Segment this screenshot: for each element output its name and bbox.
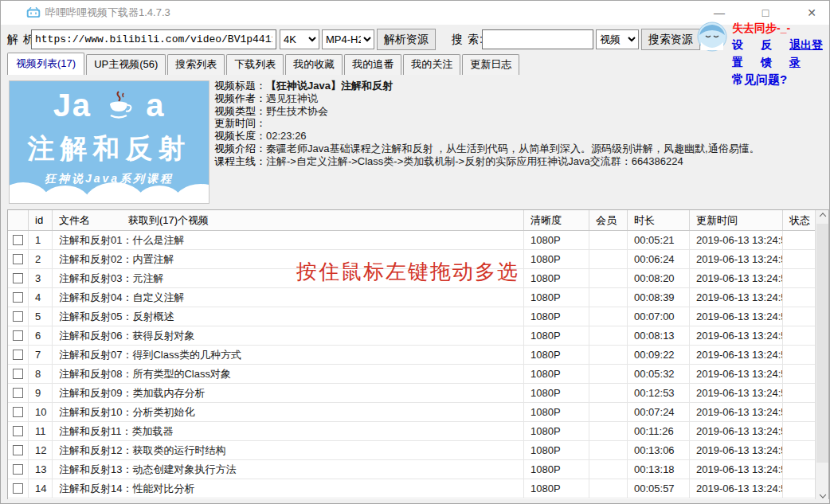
duration-cell: 00:05:21 bbox=[628, 231, 690, 249]
table-row[interactable]: 2注解和反射02：内置注解1080P00:06:242019-06-13 13:… bbox=[8, 250, 815, 269]
tab-item[interactable]: 我的追番 bbox=[344, 54, 401, 75]
close-button[interactable]: ✕ bbox=[802, 6, 821, 19]
video-info: 视频标题：【狂神说Java】注解和反射视频作者：遇见狂神说视频类型：野生技术协会… bbox=[214, 80, 829, 168]
quality-select[interactable]: 4K bbox=[280, 29, 319, 49]
header-updated[interactable]: 更新时间 bbox=[690, 210, 783, 230]
header-id[interactable]: id bbox=[29, 210, 53, 230]
table-row[interactable]: 4注解和反射04：自定义注解1080P00:08:392019-06-13 13… bbox=[8, 288, 815, 307]
row-checkbox[interactable] bbox=[13, 426, 23, 436]
quality-cell: 1080P bbox=[524, 269, 589, 287]
tab-item[interactable]: 更新日志 bbox=[462, 54, 519, 75]
row-checkbox[interactable] bbox=[13, 407, 23, 417]
table-row[interactable]: 13注解和反射13：动态创建对象执行方法1080P00:13:182019-06… bbox=[8, 460, 815, 479]
settings-link[interactable]: 设置 bbox=[732, 36, 751, 71]
video-info-label: 视频长度： bbox=[214, 130, 266, 142]
quality-cell: 1080P bbox=[524, 403, 589, 421]
header-status[interactable]: 状态 bbox=[783, 210, 815, 230]
scroll-down-button[interactable] bbox=[816, 486, 829, 500]
header-quality[interactable]: 清晰度 bbox=[524, 210, 589, 230]
header-filename[interactable]: 文件名 获取到(17)个视频 bbox=[53, 210, 524, 230]
tab-item[interactable]: 搜索列表 bbox=[167, 54, 225, 75]
duration-cell: 00:05:57 bbox=[628, 479, 690, 498]
checkbox-cell bbox=[8, 250, 29, 268]
tab-item[interactable]: 下载列表 bbox=[226, 54, 284, 75]
table-row[interactable]: 14注解和反射14：性能对比分析1080P00:05:572019-06-13 … bbox=[8, 479, 815, 498]
format-select[interactable]: MP4-H264 bbox=[322, 29, 374, 49]
vip-cell bbox=[589, 326, 628, 345]
updated-cell: 2019-06-13 13:24:56 bbox=[690, 250, 783, 268]
row-checkbox[interactable] bbox=[13, 235, 23, 245]
row-checkbox[interactable] bbox=[13, 292, 23, 303]
table-row[interactable]: 8注解和反射08：所有类型的Class对象1080P00:05:322019-0… bbox=[8, 365, 815, 384]
row-checkbox[interactable] bbox=[13, 350, 23, 360]
header-checkbox-cell bbox=[8, 210, 29, 230]
minimize-button[interactable]: — bbox=[710, 6, 729, 19]
id-cell: 4 bbox=[29, 288, 53, 307]
tab-item[interactable]: 我的关注 bbox=[403, 54, 460, 75]
row-checkbox[interactable] bbox=[13, 311, 23, 322]
updated-cell: 2019-06-13 13:24:56 bbox=[690, 288, 783, 307]
updated-cell: 2019-06-13 13:24:56 bbox=[690, 346, 783, 364]
status-cell bbox=[783, 460, 815, 479]
table-row[interactable]: 7注解和反射07：得到Class类的几种方式1080P00:09:222019-… bbox=[8, 346, 815, 365]
vip-cell bbox=[589, 365, 628, 383]
row-checkbox[interactable] bbox=[13, 483, 23, 494]
table-row[interactable]: 12注解和反射12：获取类的运行时结构1080P00:13:062019-06-… bbox=[8, 441, 815, 460]
duration-cell: 00:05:32 bbox=[628, 365, 690, 383]
table-row[interactable]: 3注解和反射03：元注解1080P00:08:202019-06-13 13:2… bbox=[8, 269, 815, 288]
search-type-select[interactable]: 视频 bbox=[596, 29, 639, 49]
table-row[interactable]: 10注解和反射10：分析类初始化1080P00:07:242019-06-13 … bbox=[8, 403, 815, 422]
row-checkbox[interactable] bbox=[13, 388, 23, 398]
tab-item[interactable]: 我的收藏 bbox=[285, 54, 343, 75]
filename-cell: 注解和反射09：类加载内存分析 bbox=[53, 384, 524, 402]
vertical-scrollbar[interactable] bbox=[815, 210, 828, 500]
row-checkbox[interactable] bbox=[13, 445, 23, 455]
tab-item[interactable]: UP主视频(56) bbox=[86, 54, 166, 75]
duration-cell: 00:07:24 bbox=[628, 403, 690, 421]
status-cell bbox=[783, 269, 815, 287]
filename-cell: 注解和反射05：反射概述 bbox=[53, 307, 524, 326]
checkbox-cell bbox=[8, 326, 29, 345]
checkbox-cell bbox=[8, 441, 29, 459]
quality-cell: 1080P bbox=[524, 250, 589, 268]
row-checkbox[interactable] bbox=[13, 254, 23, 264]
header-vip[interactable]: 会员 bbox=[589, 210, 628, 230]
search-input[interactable] bbox=[482, 29, 593, 49]
header-duration[interactable]: 时长 bbox=[628, 210, 690, 230]
scrollbar-thumb[interactable] bbox=[816, 224, 828, 463]
feedback-link[interactable]: 反馈 bbox=[761, 36, 780, 71]
table-row[interactable]: 1注解和反射01：什么是注解1080P00:05:212019-06-13 13… bbox=[8, 231, 815, 250]
scroll-up-button[interactable] bbox=[816, 210, 829, 224]
table-row[interactable]: 11注解和反射11：类加载器1080P00:11:262019-06-13 13… bbox=[8, 422, 815, 441]
id-cell: 12 bbox=[29, 441, 53, 459]
header-count-note: 获取到(17)个视频 bbox=[128, 210, 209, 230]
vip-cell bbox=[589, 384, 628, 402]
video-info-label: 课程主线： bbox=[214, 155, 266, 167]
row-checkbox[interactable] bbox=[13, 464, 23, 475]
table-row[interactable]: 5注解和反射05：反射概述1080P00:07:002019-06-13 13:… bbox=[8, 307, 815, 326]
url-input[interactable] bbox=[31, 29, 276, 49]
tab-item[interactable]: 视频列表(17) bbox=[7, 53, 84, 75]
filename-cell: 注解和反射04：自定义注解 bbox=[53, 288, 524, 307]
user-avatar[interactable] bbox=[697, 21, 727, 52]
logout-link[interactable]: 退出登录 bbox=[789, 36, 828, 71]
checkbox-cell bbox=[8, 422, 29, 440]
parse-resource-button[interactable]: 解析资源 bbox=[377, 29, 436, 50]
table-row[interactable]: 9注解和反射09：类加载内存分析1080P00:12:532019-06-13 … bbox=[8, 384, 815, 403]
filename-cell: 注解和反射11：类加载器 bbox=[53, 422, 524, 440]
status-cell bbox=[783, 479, 815, 498]
video-info-line: 视频介绍：秦疆老师Java基础课程之注解和反射 ，从生活到代码，从简单到深入。源… bbox=[214, 143, 829, 155]
status-cell bbox=[783, 384, 815, 402]
quality-cell: 1080P bbox=[524, 479, 589, 498]
table-header: id 文件名 获取到(17)个视频 清晰度 会员 时长 更新时间 状态 bbox=[8, 210, 815, 231]
table-row[interactable]: 6注解和反射06：获得反射对象1080P00:08:132019-06-13 1… bbox=[8, 326, 815, 346]
row-checkbox[interactable] bbox=[13, 369, 23, 379]
id-cell: 1 bbox=[29, 231, 53, 249]
quality-cell: 1080P bbox=[524, 365, 589, 383]
row-checkbox[interactable] bbox=[13, 273, 23, 283]
row-checkbox[interactable] bbox=[13, 330, 23, 341]
search-resource-button[interactable]: 搜索资源 bbox=[641, 29, 700, 50]
video-info-label: 更新时间： bbox=[214, 117, 266, 129]
header-filename-label: 文件名 bbox=[59, 210, 90, 230]
maximize-button[interactable]: □ bbox=[756, 6, 775, 19]
